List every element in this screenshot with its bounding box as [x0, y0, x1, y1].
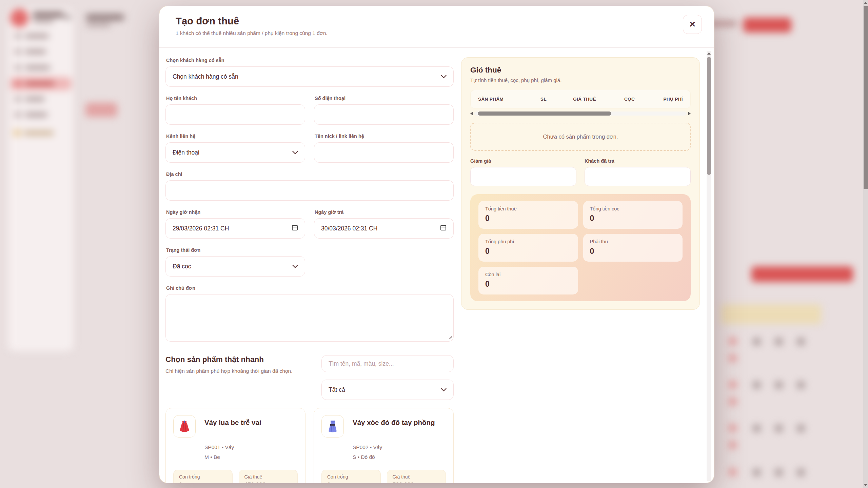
- modal-header: Tạo đơn thuê 1 khách có thể thuê nhiều s…: [159, 6, 714, 48]
- page-scrollbar-thumb[interactable]: [864, 6, 868, 189]
- product-image: [173, 415, 196, 438]
- nav-icon: [15, 81, 21, 86]
- stock-label: Còn trống: [179, 474, 227, 480]
- customer-select-value: Chọn khách hàng có sẵn: [173, 73, 238, 80]
- channel-select[interactable]: Điện thoại: [165, 142, 305, 163]
- row-badge-blurred: [729, 354, 736, 362]
- return-datetime-input[interactable]: 30/03/2026 02:31 CH: [314, 218, 454, 239]
- return-datetime-value: 30/03/2026 02:31 CH: [321, 225, 377, 232]
- scrollbar-track[interactable]: [474, 111, 687, 116]
- quick-pick-subtitle: Chỉ hiện sản phẩm phù hợp khoảng thời gi…: [165, 367, 308, 375]
- product-filter-value: Tất cả: [329, 386, 345, 393]
- scroll-down-icon[interactable]: [864, 484, 867, 486]
- address-label: Địa chỉ: [166, 171, 454, 177]
- scroll-up-icon[interactable]: [707, 52, 711, 55]
- column-surcharge: PHỤ PHÍ: [649, 97, 683, 102]
- channel-label: Kênh liên hệ: [166, 134, 305, 139]
- customer-select-label: Chọn khách hàng có sẵn: [166, 58, 454, 63]
- note-field[interactable]: [165, 294, 454, 342]
- price-box: Giá thuê 450.000: [239, 470, 298, 483]
- cart-table-header: SẢN PHẨM SL GIÁ THUÊ CỌC PHỤ PHÍ: [470, 90, 691, 108]
- rental-cart-panel: Giỏ thuê Tự tính tiền thuê, cọc, phụ phí…: [461, 57, 700, 310]
- total-rent-box: Tổng tiền thuê 0: [478, 201, 578, 229]
- remaining-label: Còn lại: [485, 272, 571, 277]
- resize-grip-icon[interactable]: [448, 334, 452, 340]
- nav-item-blurred: [25, 97, 45, 101]
- chevron-down-icon: [441, 73, 447, 80]
- status-select[interactable]: Đã cọc: [165, 256, 305, 277]
- row-action-blurred: [797, 469, 804, 476]
- row-action-blurred: [797, 338, 804, 345]
- return-datetime-label: Ngày giờ trả: [315, 209, 454, 215]
- status-select-value: Đã cọc: [173, 263, 191, 270]
- chevron-down-icon: [441, 386, 447, 393]
- modal-scrollbar-thumb[interactable]: [707, 57, 711, 175]
- scroll-up-icon[interactable]: [864, 2, 867, 4]
- product-code: SP001 • Váy: [204, 442, 298, 452]
- paid-field[interactable]: [585, 167, 691, 186]
- product-name: Váy xòe đỏ đô tay phồng: [353, 415, 435, 438]
- row-badge-blurred: [729, 381, 736, 388]
- close-button[interactable]: ✕: [683, 15, 702, 34]
- row-action-blurred: [753, 469, 760, 476]
- nick-field[interactable]: [314, 142, 454, 163]
- customer-select[interactable]: Chọn khách hàng có sẵn: [165, 66, 454, 87]
- column-product: SẢN PHẨM: [478, 97, 540, 102]
- create-rental-order-modal: Tạo đơn thuê 1 khách có thể thuê nhiều s…: [159, 6, 714, 483]
- discount-label: Giảm giá: [470, 158, 576, 164]
- row-action-blurred: [753, 338, 760, 345]
- page-heading-blurred: [86, 14, 124, 20]
- pickup-datetime-input[interactable]: 29/03/2026 02:31 CH: [165, 218, 305, 239]
- nav-icon: [15, 96, 21, 102]
- nav-icon: [15, 65, 21, 70]
- chevron-down-icon: [292, 149, 298, 156]
- column-rent-price: GIÁ THUÊ: [559, 97, 610, 102]
- scroll-right-icon[interactable]: [688, 112, 691, 115]
- scrollbar-thumb[interactable]: [478, 111, 611, 116]
- price-value: 450.000: [244, 482, 292, 483]
- product-search-input[interactable]: [321, 355, 454, 372]
- calendar-icon[interactable]: [440, 224, 447, 232]
- receivable-box: Phải thu 0: [583, 234, 683, 262]
- discount-field[interactable]: [470, 167, 576, 186]
- price-value: 520.000: [393, 482, 440, 483]
- product-card[interactable]: Váy lụa be trễ vai SP001 • Váy M • Be Cò…: [165, 408, 305, 483]
- page-subheading-blurred: [86, 23, 111, 26]
- nav-item-blurred: [25, 65, 50, 70]
- nav-item-blurred: [25, 81, 54, 86]
- product-filter-select[interactable]: Tất cả: [321, 380, 454, 400]
- row-badge-blurred: [729, 424, 736, 432]
- table-header-blurred: [721, 304, 821, 324]
- modal-scrollbar[interactable]: [707, 51, 711, 481]
- phone-field[interactable]: [314, 104, 454, 125]
- header-button-blurred: [743, 18, 791, 33]
- total-rent-label: Tổng tiền thuê: [485, 206, 571, 211]
- page-scrollbar[interactable]: [863, 0, 868, 488]
- name-field[interactable]: [165, 104, 305, 125]
- cart-horizontal-scrollbar[interactable]: [470, 111, 691, 116]
- pickup-datetime-value: 29/03/2026 02:31 CH: [173, 225, 229, 232]
- row-action-blurred: [753, 425, 760, 432]
- app-tagline-blurred: [33, 20, 54, 23]
- total-deposit-box: Tổng tiền cọc 0: [583, 201, 683, 229]
- price-label: Giá thuê: [393, 474, 440, 480]
- row-action-blurred: [775, 338, 782, 345]
- product-card[interactable]: Váy xòe đỏ đô tay phồng SP002 • Váy S • …: [314, 408, 454, 483]
- nav-item-blurred: [25, 34, 49, 38]
- scroll-left-icon[interactable]: [470, 112, 473, 115]
- pill-button-blurred: [85, 103, 117, 117]
- chevron-down-icon: [292, 263, 298, 270]
- row-badge-blurred: [729, 398, 736, 405]
- app-logo: [10, 9, 28, 27]
- modal-subtitle: 1 khách có thể thuê nhiều sản phẩm / phụ…: [176, 30, 698, 36]
- nav-icon: [15, 33, 21, 39]
- row-badge-blurred: [729, 338, 736, 345]
- calendar-icon[interactable]: [292, 224, 298, 232]
- row-action-blurred: [775, 469, 782, 476]
- name-label: Họ tên khách: [166, 96, 305, 101]
- stock-value: 1: [327, 482, 375, 483]
- row-action-blurred: [775, 382, 782, 388]
- stock-label: Còn trống: [327, 474, 375, 480]
- menu-toggle-blurred: [64, 15, 71, 19]
- address-field[interactable]: [165, 180, 454, 201]
